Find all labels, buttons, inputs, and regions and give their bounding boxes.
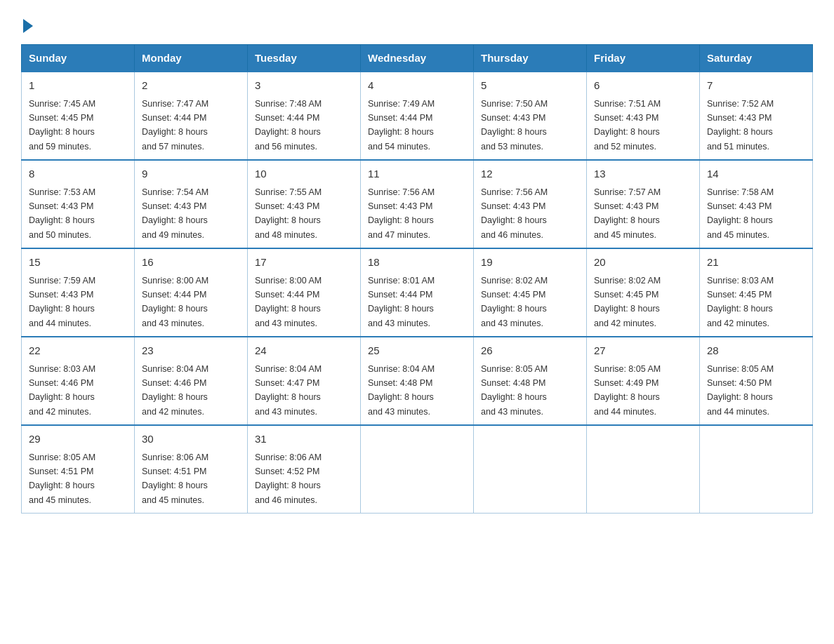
day-info: Sunrise: 7:49 AMSunset: 4:44 PMDaylight:… (368, 99, 435, 152)
day-info: Sunrise: 7:52 AMSunset: 4:43 PMDaylight:… (707, 99, 774, 152)
day-number: 17 (255, 255, 353, 271)
calendar-day-cell: 20Sunrise: 8:02 AMSunset: 4:45 PMDayligh… (587, 248, 700, 337)
day-number: 2 (142, 78, 240, 94)
day-info: Sunrise: 7:48 AMSunset: 4:44 PMDaylight:… (255, 99, 322, 152)
day-number: 8 (29, 166, 127, 182)
day-number: 20 (594, 255, 692, 271)
day-info: Sunrise: 8:01 AMSunset: 4:44 PMDaylight:… (368, 276, 435, 328)
day-number: 7 (707, 78, 805, 94)
calendar-day-cell: 18Sunrise: 8:01 AMSunset: 4:44 PMDayligh… (361, 248, 474, 337)
calendar-day-cell (700, 425, 813, 514)
day-number: 3 (255, 78, 353, 94)
calendar-day-cell: 22Sunrise: 8:03 AMSunset: 4:46 PMDayligh… (22, 337, 135, 425)
day-info: Sunrise: 7:55 AMSunset: 4:43 PMDaylight:… (255, 187, 322, 240)
col-header-thursday: Thursday (474, 45, 587, 72)
day-number: 6 (594, 78, 692, 94)
calendar-day-cell: 30Sunrise: 8:06 AMSunset: 4:51 PMDayligh… (135, 425, 248, 514)
calendar-day-cell: 15Sunrise: 7:59 AMSunset: 4:43 PMDayligh… (22, 248, 135, 337)
day-info: Sunrise: 8:04 AMSunset: 4:46 PMDaylight:… (142, 364, 208, 417)
calendar-header-row: SundayMondayTuesdayWednesdayThursdayFrid… (22, 45, 813, 72)
day-number: 4 (368, 78, 466, 94)
calendar-day-cell: 21Sunrise: 8:03 AMSunset: 4:45 PMDayligh… (700, 248, 813, 337)
day-number: 22 (29, 343, 127, 359)
calendar-day-cell: 24Sunrise: 8:04 AMSunset: 4:47 PMDayligh… (248, 337, 361, 425)
page-header (21, 14, 813, 30)
day-info: Sunrise: 8:00 AMSunset: 4:44 PMDaylight:… (142, 276, 208, 328)
day-info: Sunrise: 8:06 AMSunset: 4:51 PMDaylight:… (142, 452, 208, 505)
day-number: 12 (481, 166, 579, 182)
day-number: 14 (707, 166, 805, 182)
day-number: 11 (368, 166, 466, 182)
calendar-day-cell (474, 425, 587, 514)
day-info: Sunrise: 7:57 AMSunset: 4:43 PMDaylight:… (594, 187, 661, 240)
calendar-day-cell: 7Sunrise: 7:52 AMSunset: 4:43 PMDaylight… (700, 72, 813, 160)
day-info: Sunrise: 8:05 AMSunset: 4:51 PMDaylight:… (29, 452, 95, 505)
day-info: Sunrise: 8:05 AMSunset: 4:48 PMDaylight:… (481, 364, 548, 417)
calendar-day-cell: 9Sunrise: 7:54 AMSunset: 4:43 PMDaylight… (135, 160, 248, 248)
logo-arrow-icon (23, 19, 33, 33)
day-info: Sunrise: 8:04 AMSunset: 4:48 PMDaylight:… (368, 364, 435, 417)
day-info: Sunrise: 7:58 AMSunset: 4:43 PMDaylight:… (707, 187, 774, 240)
calendar-week-row: 29Sunrise: 8:05 AMSunset: 4:51 PMDayligh… (22, 425, 813, 514)
day-number: 25 (368, 343, 466, 359)
calendar-day-cell: 6Sunrise: 7:51 AMSunset: 4:43 PMDaylight… (587, 72, 700, 160)
col-header-sunday: Sunday (22, 45, 135, 72)
calendar-day-cell: 14Sunrise: 7:58 AMSunset: 4:43 PMDayligh… (700, 160, 813, 248)
calendar-table: SundayMondayTuesdayWednesdayThursdayFrid… (21, 44, 813, 514)
day-number: 21 (707, 255, 805, 271)
day-number: 28 (707, 343, 805, 359)
day-info: Sunrise: 8:03 AMSunset: 4:45 PMDaylight:… (707, 276, 774, 328)
calendar-week-row: 8Sunrise: 7:53 AMSunset: 4:43 PMDaylight… (22, 160, 813, 248)
day-number: 19 (481, 255, 579, 271)
day-info: Sunrise: 7:54 AMSunset: 4:43 PMDaylight:… (142, 187, 208, 240)
day-number: 5 (481, 78, 579, 94)
day-info: Sunrise: 8:06 AMSunset: 4:52 PMDaylight:… (255, 452, 322, 505)
calendar-day-cell: 25Sunrise: 8:04 AMSunset: 4:48 PMDayligh… (361, 337, 474, 425)
day-info: Sunrise: 7:59 AMSunset: 4:43 PMDaylight:… (29, 276, 95, 328)
day-info: Sunrise: 7:56 AMSunset: 4:43 PMDaylight:… (481, 187, 548, 240)
day-number: 15 (29, 255, 127, 271)
calendar-day-cell: 10Sunrise: 7:55 AMSunset: 4:43 PMDayligh… (248, 160, 361, 248)
day-info: Sunrise: 7:50 AMSunset: 4:43 PMDaylight:… (481, 99, 548, 152)
calendar-day-cell: 26Sunrise: 8:05 AMSunset: 4:48 PMDayligh… (474, 337, 587, 425)
calendar-day-cell: 2Sunrise: 7:47 AMSunset: 4:44 PMDaylight… (135, 72, 248, 160)
day-number: 18 (368, 255, 466, 271)
day-info: Sunrise: 7:56 AMSunset: 4:43 PMDaylight:… (368, 187, 435, 240)
calendar-day-cell: 19Sunrise: 8:02 AMSunset: 4:45 PMDayligh… (474, 248, 587, 337)
day-info: Sunrise: 7:53 AMSunset: 4:43 PMDaylight:… (29, 187, 95, 240)
calendar-day-cell: 29Sunrise: 8:05 AMSunset: 4:51 PMDayligh… (22, 425, 135, 514)
day-number: 9 (142, 166, 240, 182)
col-header-wednesday: Wednesday (361, 45, 474, 72)
calendar-day-cell (587, 425, 700, 514)
day-number: 29 (29, 431, 127, 448)
calendar-day-cell: 4Sunrise: 7:49 AMSunset: 4:44 PMDaylight… (361, 72, 474, 160)
day-info: Sunrise: 8:00 AMSunset: 4:44 PMDaylight:… (255, 276, 322, 328)
day-info: Sunrise: 8:05 AMSunset: 4:50 PMDaylight:… (707, 364, 774, 417)
calendar-day-cell (361, 425, 474, 514)
day-number: 27 (594, 343, 692, 359)
calendar-day-cell: 31Sunrise: 8:06 AMSunset: 4:52 PMDayligh… (248, 425, 361, 514)
calendar-day-cell: 5Sunrise: 7:50 AMSunset: 4:43 PMDaylight… (474, 72, 587, 160)
day-number: 24 (255, 343, 353, 359)
calendar-week-row: 22Sunrise: 8:03 AMSunset: 4:46 PMDayligh… (22, 337, 813, 425)
col-header-tuesday: Tuesday (248, 45, 361, 72)
calendar-week-row: 15Sunrise: 7:59 AMSunset: 4:43 PMDayligh… (22, 248, 813, 337)
calendar-day-cell: 23Sunrise: 8:04 AMSunset: 4:46 PMDayligh… (135, 337, 248, 425)
day-number: 10 (255, 166, 353, 182)
calendar-day-cell: 28Sunrise: 8:05 AMSunset: 4:50 PMDayligh… (700, 337, 813, 425)
day-info: Sunrise: 7:47 AMSunset: 4:44 PMDaylight:… (142, 99, 208, 152)
calendar-day-cell: 1Sunrise: 7:45 AMSunset: 4:45 PMDaylight… (22, 72, 135, 160)
col-header-monday: Monday (135, 45, 248, 72)
calendar-day-cell: 13Sunrise: 7:57 AMSunset: 4:43 PMDayligh… (587, 160, 700, 248)
calendar-week-row: 1Sunrise: 7:45 AMSunset: 4:45 PMDaylight… (22, 72, 813, 160)
day-number: 1 (29, 78, 127, 94)
calendar-day-cell: 16Sunrise: 8:00 AMSunset: 4:44 PMDayligh… (135, 248, 248, 337)
col-header-saturday: Saturday (700, 45, 813, 72)
day-info: Sunrise: 7:51 AMSunset: 4:43 PMDaylight:… (594, 99, 661, 152)
day-number: 26 (481, 343, 579, 359)
day-number: 16 (142, 255, 240, 271)
calendar-day-cell: 17Sunrise: 8:00 AMSunset: 4:44 PMDayligh… (248, 248, 361, 337)
day-number: 30 (142, 431, 240, 448)
day-info: Sunrise: 8:04 AMSunset: 4:47 PMDaylight:… (255, 364, 322, 417)
day-info: Sunrise: 7:45 AMSunset: 4:45 PMDaylight:… (29, 99, 95, 152)
